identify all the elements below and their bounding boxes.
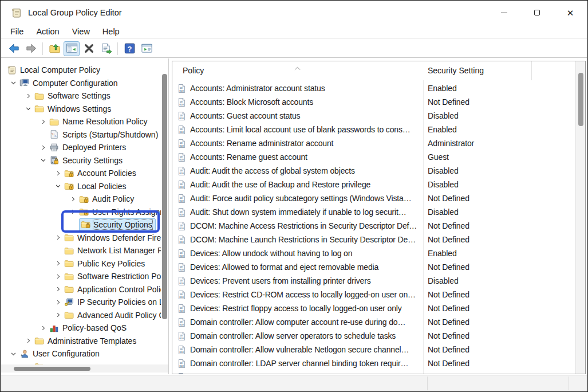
tree-item-label: Policy-based QoS (62, 323, 127, 332)
new-window-button[interactable] (139, 41, 155, 56)
policy-row[interactable]: 10010Audit: Force audit policy subcatego… (172, 191, 574, 205)
policy-row[interactable]: 10010Accounts: Block Microsoft accountsN… (172, 95, 574, 109)
tree-item[interactable]: Account Policies (1, 167, 161, 180)
security-setting-text: Disabled (421, 180, 459, 189)
up-one-level-button[interactable] (46, 41, 62, 56)
policy-text: Devices: Restrict floppy access to local… (190, 304, 402, 313)
tree-vertical-scrollbar[interactable] (162, 74, 167, 319)
tree-item[interactable]: IP Security Policies on Local Computer (1, 296, 161, 309)
menu-view[interactable]: View (66, 25, 96, 38)
tree-item[interactable]: <::>Scripts (Startup/Shutdown) (1, 128, 161, 142)
policy-row[interactable]: 10010Domain controller: Allow server ope… (172, 329, 574, 343)
chevron-right-icon[interactable] (52, 233, 64, 242)
chevron-right-icon[interactable] (22, 336, 34, 346)
policy-row[interactable]: 10010Devices: Prevent users from install… (172, 274, 574, 288)
policy-row[interactable]: 10010Audit: Audit the use of Backup and … (172, 178, 574, 191)
list-vertical-scrollbar[interactable] (575, 61, 586, 374)
chevron-right-icon[interactable] (52, 168, 64, 178)
chevron-down-icon[interactable] (7, 349, 19, 358)
policy-cell: 10010Accounts: Rename guest account (172, 152, 421, 162)
tree-item[interactable]: Windows Settings (1, 103, 161, 116)
chevron-down-icon[interactable] (22, 104, 34, 113)
chevron-right-icon[interactable] (52, 297, 64, 307)
tree-item[interactable]: Application Control Policies (1, 283, 161, 296)
chevron-right-icon[interactable] (37, 323, 49, 332)
security-setting-text: Not Defined (421, 359, 469, 368)
maximize-button[interactable] (520, 1, 554, 24)
policy-row[interactable]: 10010Devices: Restrict CD-ROM access to … (172, 288, 574, 301)
column-header-security-setting[interactable]: Security Setting (428, 66, 484, 75)
policy-row[interactable]: 10010Domain controller: Allow computer a… (172, 315, 574, 329)
chevron-right-icon[interactable] (52, 259, 64, 268)
column-divider[interactable] (531, 61, 532, 80)
tree-item[interactable]: Policy-based QoS (1, 322, 161, 335)
back-button[interactable] (6, 41, 22, 56)
tree-item[interactable]: Administrative Templates (1, 335, 161, 348)
tree-item[interactable]: Advanced Audit Policy Configuration (1, 309, 161, 322)
menu-action[interactable]: Action (30, 25, 65, 38)
policy-row[interactable]: 10010Accounts: Rename administrator acco… (172, 136, 574, 150)
policy-row[interactable]: 10010Accounts: Guest account statusDisab… (172, 109, 574, 123)
policy-row[interactable]: 10010Domain controller: LDAP server sign… (172, 370, 574, 374)
tree-item[interactable]: Name Resolution Policy (1, 115, 161, 128)
policy-row[interactable]: 10010DCOM: Machine Access Restrictions i… (172, 219, 574, 233)
tree-item[interactable]: Software Restriction Policies (1, 270, 161, 283)
chevron-right-icon[interactable] (37, 117, 49, 126)
tree-horizontal-scroll-thumb[interactable] (14, 367, 90, 371)
policy-cell: 10010Accounts: Guest account status (172, 111, 421, 121)
chevron-right-icon[interactable] (37, 143, 49, 152)
close-button[interactable]: ✕ (554, 1, 587, 24)
tree-item[interactable]: Windows Defender Firewall with Advanced … (1, 232, 161, 245)
tree-item[interactable]: User Configuration (1, 347, 161, 360)
folder-icon (34, 104, 44, 113)
show-console-tree-button[interactable] (64, 41, 80, 56)
policy-row[interactable]: 10010Domain controller: LDAP server chan… (172, 356, 574, 370)
policy-text: Accounts: Administrator account status (190, 84, 325, 93)
console-tree-pane: Local Computer PolicyComputer Configurat… (1, 58, 169, 374)
policy-row[interactable]: 10010Devices: Restrict floppy access to … (172, 301, 574, 315)
policy-row[interactable]: 10010Devices: Allow undock without havin… (172, 246, 574, 260)
forward-button[interactable] (23, 41, 39, 56)
tree-item[interactable]: Network List Manager Policies (1, 244, 161, 257)
tree-item[interactable]: Local Policies (1, 180, 161, 193)
policy-row[interactable]: 10010Audit: Audit the access of global s… (172, 164, 574, 178)
policy-row[interactable]: 10010Accounts: Rename guest accountGuest (172, 150, 574, 164)
tree-item[interactable]: User Rights Assignment (1, 206, 161, 219)
chevron-right-icon[interactable] (66, 207, 79, 217)
folder-icon (64, 246, 74, 256)
folder-icon (64, 233, 74, 242)
delete-button[interactable] (81, 41, 97, 56)
tree-item[interactable]: Local Computer Policy (1, 64, 161, 77)
chevron-down-icon[interactable] (7, 79, 19, 88)
tree-horizontal-scrollbar[interactable] (1, 364, 168, 373)
export-list-button[interactable] (98, 41, 114, 56)
policy-row[interactable]: 10010Accounts: Administrator account sta… (172, 81, 574, 95)
policy-row[interactable]: 10010Audit: Shut down system immediately… (172, 205, 574, 219)
column-header-policy[interactable]: Policy (183, 66, 204, 75)
chevron-right-icon[interactable] (66, 194, 79, 203)
help-button[interactable]: ? (121, 41, 137, 56)
tree-item[interactable]: Computer Configuration (1, 77, 161, 90)
chevron-right-icon[interactable] (52, 285, 64, 294)
policy-row[interactable]: 10010Domain controller: Allow vulnerable… (172, 343, 574, 356)
tree-item[interactable]: Deployed Printers (1, 141, 161, 154)
chevron-right-icon[interactable] (52, 272, 64, 281)
toolbar: ? (1, 40, 587, 58)
tree-item[interactable]: Security Settings (1, 154, 161, 167)
chevron-right-icon[interactable] (22, 91, 34, 100)
tree-item[interactable]: Audit Policy (1, 193, 161, 206)
title-bar: Local Group Policy Editor ✕ (1, 1, 587, 24)
policy-row[interactable]: 10010Devices: Allowed to format and ejec… (172, 260, 574, 274)
menu-file[interactable]: File (4, 25, 30, 38)
policy-row[interactable]: 10010DCOM: Machine Launch Restrictions i… (172, 233, 574, 246)
minimize-button[interactable] (487, 1, 520, 24)
policy-row[interactable]: 10010Accounts: Limit local account use o… (172, 123, 574, 136)
list-vertical-scroll-thumb[interactable] (578, 73, 583, 126)
tree-item[interactable]: Public Key Policies (1, 257, 161, 271)
menu-help[interactable]: Help (96, 25, 126, 38)
tree-item[interactable]: Software Settings (1, 89, 161, 103)
chevron-down-icon[interactable] (37, 156, 49, 165)
chevron-down-icon[interactable] (52, 182, 64, 191)
chevron-right-icon[interactable] (52, 311, 64, 320)
tree-item[interactable]: Security Options (1, 218, 161, 232)
